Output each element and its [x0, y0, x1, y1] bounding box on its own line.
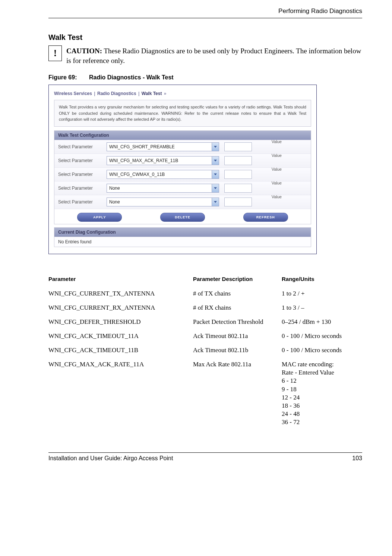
cell-parameter: WNI_CFG_ACK_TIMEOUT_11A: [48, 330, 193, 344]
cell-range: 1 to 3 / –: [282, 301, 362, 316]
value-label: Value: [272, 139, 282, 144]
cell-parameter: WNI_CFG_DEFER_THRESHOLD: [48, 316, 193, 330]
param-row: Select Parameter None Value: [54, 195, 311, 209]
value-input[interactable]: [224, 142, 252, 151]
param-select-value: WNI_CFG_MAX_ACK_RATE_11B: [107, 158, 212, 163]
param-row: Select Parameter None Value: [54, 181, 311, 195]
value-label: Value: [272, 195, 282, 199]
screenshot-figure: Wireless Services | Radio Diagnostics | …: [48, 85, 317, 254]
breadcrumb: Wireless Services | Radio Diagnostics | …: [49, 90, 316, 100]
parameter-table-wrap: Parameter Parameter Description Range/Un…: [48, 274, 362, 430]
caution-icon: !: [48, 45, 62, 61]
col-header-range: Range/Units: [282, 274, 362, 287]
col-header-parameter: Parameter: [48, 274, 193, 287]
chevron-down-icon: [212, 170, 219, 179]
value-label: Value: [272, 181, 282, 185]
caution-block: ! CAUTION: These Radio Diagnostics are t…: [48, 45, 362, 65]
figure-number: Figure 69:: [48, 74, 77, 80]
breadcrumb-part-1[interactable]: Wireless Services: [54, 91, 92, 96]
param-select-value: WNI_CFG_CWMAX_0_11B: [107, 172, 212, 177]
param-row: Select Parameter WNI_CFG_MAX_ACK_RATE_11…: [54, 154, 311, 168]
section-title: Walk Test: [48, 33, 362, 42]
breadcrumb-separator: |: [137, 91, 140, 96]
cell-description: Ack Timeout 802.11b: [193, 344, 282, 358]
current-diag-panel: Current Diag Configuration No Entries fo…: [54, 227, 311, 247]
param-select[interactable]: WNI_CFG_MAX_ACK_RATE_11B: [107, 156, 219, 165]
info-panel: Walk Test provides a very granular mecha…: [54, 100, 311, 127]
chevron-down-icon: [212, 184, 219, 192]
param-row: Select Parameter WNI_CFG_CWMAX_0_11B Val…: [54, 168, 311, 181]
caution-text: CAUTION: These Radio Diagnostics are to …: [66, 45, 362, 65]
table-row: WNI_CFG_DEFER_THRESHOLD Packet Detection…: [48, 316, 362, 330]
table-row: WNI_CFG_CURRENT_TX_ANTENNA # of TX chain…: [48, 287, 362, 301]
chevron-down-icon: [212, 157, 219, 165]
button-row: APPLY DELETE REFRESH: [54, 209, 311, 224]
param-select-value: None: [107, 199, 212, 205]
footer-rule: [48, 452, 362, 453]
walk-test-config-panel: Walk Test Configuration Select Parameter…: [54, 130, 311, 224]
cell-description: # of RX chains: [193, 301, 282, 316]
param-select[interactable]: WNI_CFG_CWMAX_0_11B: [107, 170, 219, 179]
param-label: Select Parameter: [58, 144, 107, 149]
table-row: WNI_CFG_MAX_ACK_RATE_11A Max Ack Rate 80…: [48, 358, 362, 430]
page-number: 103: [352, 455, 362, 462]
cell-parameter: WNI_CFG_CURRENT_TX_ANTENNA: [48, 287, 193, 301]
cell-parameter: WNI_CFG_CURRENT_RX_ANTENNA: [48, 301, 193, 316]
param-select-value: WNI_CFG_SHORT_PREAMBLE: [107, 144, 212, 149]
value-input[interactable]: [224, 156, 252, 165]
table-row: WNI_CFG_CURRENT_RX_ANTENNA # of RX chain…: [48, 301, 362, 316]
param-row: Select Parameter WNI_CFG_SHORT_PREAMBLE …: [54, 140, 311, 154]
value-input[interactable]: [224, 184, 252, 193]
chevron-down-icon: [212, 143, 219, 151]
breadcrumb-part-3: Walk Test: [142, 91, 162, 96]
value-label: Value: [272, 153, 282, 158]
apply-button[interactable]: APPLY: [77, 213, 122, 222]
cell-range: 1 to 2 / +: [282, 287, 362, 301]
cell-parameter: WNI_CFG_ACK_TIMEOUT_11B: [48, 344, 193, 358]
cell-range: 0 - 100 / Micro seconds: [282, 330, 362, 344]
refresh-button[interactable]: REFRESH: [243, 213, 288, 222]
cell-range: 0 - 100 / Micro seconds: [282, 344, 362, 358]
delete-button[interactable]: DELETE: [160, 213, 205, 222]
value-label: Value: [272, 167, 282, 171]
value-input[interactable]: [224, 170, 252, 179]
param-select[interactable]: None: [107, 198, 219, 206]
breadcrumb-trail-icon: »: [163, 91, 167, 96]
caution-label: CAUTION:: [66, 47, 102, 55]
value-input[interactable]: [224, 198, 252, 206]
figure-caption: Figure 69: Radio Diagnostics - Walk Test: [48, 74, 362, 81]
running-head-text: Performing Radio Diagnostics: [278, 7, 362, 15]
col-header-description: Parameter Description: [193, 274, 282, 287]
table-row: WNI_CFG_ACK_TIMEOUT_11A Ack Timeout 802.…: [48, 330, 362, 344]
walk-test-config-header: Walk Test Configuration: [54, 131, 311, 140]
diag-status: No Entries found: [54, 237, 311, 247]
cell-description: Packet Detection Threshold: [193, 316, 282, 330]
param-label: Select Parameter: [58, 186, 107, 191]
running-head: Performing Radio Diagnostics: [48, 7, 362, 15]
param-select[interactable]: None: [107, 184, 219, 193]
table-row: WNI_CFG_ACK_TIMEOUT_11B Ack Timeout 802.…: [48, 344, 362, 358]
param-label: Select Parameter: [58, 199, 107, 205]
cell-description: Max Ack Rate 802.11a: [193, 358, 282, 430]
current-diag-header: Current Diag Configuration: [54, 228, 311, 237]
parameter-table: Parameter Parameter Description Range/Un…: [48, 274, 362, 430]
param-select[interactable]: WNI_CFG_SHORT_PREAMBLE: [107, 142, 219, 151]
param-select-value: None: [107, 186, 212, 191]
cell-range: MAC rate encoding: Rate - Entered Value …: [282, 358, 362, 430]
cell-parameter: WNI_CFG_MAX_ACK_RATE_11A: [48, 358, 193, 430]
cell-description: Ack Timeout 802.11a: [193, 330, 282, 344]
breadcrumb-separator: |: [93, 91, 96, 96]
figure-title: Radio Diagnostics - Walk Test: [89, 74, 174, 80]
footer: Installation and User Guide: Airgo Acces…: [48, 455, 362, 462]
caution-body: These Radio Diagnostics are to be used o…: [66, 47, 361, 64]
footer-left: Installation and User Guide: Airgo Acces…: [48, 455, 173, 462]
chevron-down-icon: [212, 198, 219, 206]
param-label: Select Parameter: [58, 172, 107, 177]
cell-range: 0–254 / dBm + 130: [282, 316, 362, 330]
param-label: Select Parameter: [58, 158, 107, 163]
breadcrumb-part-2[interactable]: Radio Diagnostics: [97, 91, 136, 96]
header-rule: [48, 18, 362, 18]
cell-description: # of TX chains: [193, 287, 282, 301]
